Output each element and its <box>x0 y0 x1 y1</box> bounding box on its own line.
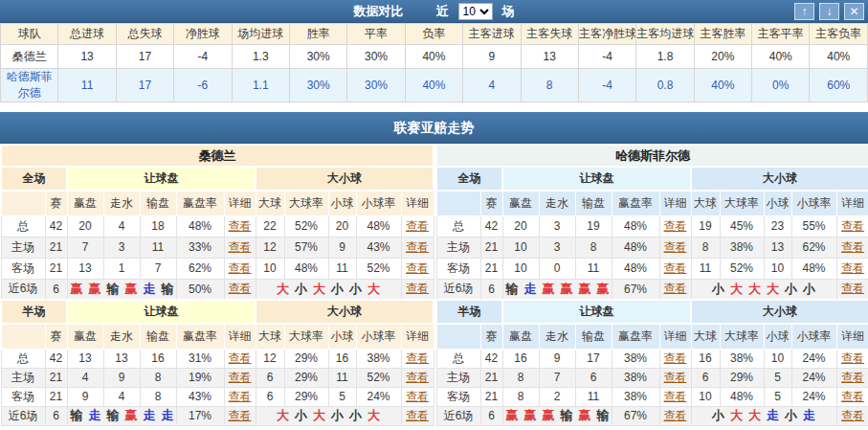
view-link[interactable]: 查看 <box>841 219 864 233</box>
result-mark: 走 <box>767 408 779 422</box>
games-count: 42 <box>480 349 502 368</box>
scroll-down-button[interactable]: ↓ <box>819 3 839 20</box>
column-header: 赢盘率 <box>176 191 224 215</box>
view-link[interactable]: 查看 <box>841 261 864 275</box>
view-link[interactable]: 查看 <box>841 351 864 365</box>
view-link[interactable]: 查看 <box>664 351 687 365</box>
column-header: 主客负率 <box>810 24 868 45</box>
detail-cell: 查看 <box>659 387 691 406</box>
handicap-stat: 4 <box>67 368 103 387</box>
over-under-stat: 45% <box>720 215 764 237</box>
stat-cell: 40% <box>405 45 462 69</box>
detail-cell: 查看 <box>224 349 256 368</box>
view-link[interactable]: 查看 <box>664 240 687 254</box>
up-arrow-icon: ↑ <box>802 5 808 18</box>
view-link[interactable]: 查看 <box>229 219 252 233</box>
close-button[interactable]: ✕ <box>844 3 864 20</box>
team-panel-home: 桑德兰全场让球盘大小球赛赢盘走水输盘赢盘率详细大球大球率小球小球率详细总4220… <box>0 144 433 426</box>
view-link[interactable]: 查看 <box>664 409 687 422</box>
result-mark: 走 <box>144 282 156 296</box>
panel-team-name: 哈德斯菲尔德 <box>436 145 868 167</box>
view-link[interactable]: 查看 <box>229 261 252 275</box>
rounds-select[interactable]: 10 <box>458 3 493 20</box>
view-link[interactable]: 查看 <box>841 282 864 295</box>
column-header: 赛 <box>480 191 502 215</box>
row-label: 主场 <box>436 237 480 258</box>
games-count: 21 <box>480 387 502 406</box>
team-header-row: 哈德斯菲尔德 <box>436 145 868 167</box>
column-header: 平率 <box>347 24 405 45</box>
stats-row: 客场2194843%查看629%524%查看 <box>1 387 434 406</box>
over-under-stat: 24% <box>356 387 401 406</box>
view-link[interactable]: 查看 <box>406 390 429 403</box>
detail-cell: 查看 <box>401 406 434 425</box>
trend-section-title: 联赛亚赔走势 <box>394 120 475 135</box>
view-link[interactable]: 查看 <box>664 371 687 384</box>
stat-cell: -4 <box>174 45 232 69</box>
view-link[interactable]: 查看 <box>406 261 429 275</box>
view-link[interactable]: 查看 <box>841 371 864 384</box>
view-link[interactable]: 查看 <box>406 282 429 295</box>
over-under-stat: 16 <box>691 349 720 368</box>
scroll-up-button[interactable]: ↑ <box>794 3 814 20</box>
games-count: 6 <box>45 406 67 425</box>
view-link[interactable]: 查看 <box>229 390 252 403</box>
view-link[interactable]: 查看 <box>229 282 252 295</box>
view-link[interactable]: 查看 <box>664 282 687 295</box>
view-link[interactable]: 查看 <box>406 219 429 233</box>
recent-sequence: 小大大大小小 <box>691 279 836 300</box>
stat-cell: 40% <box>405 69 462 102</box>
games-count: 21 <box>480 258 502 279</box>
handicap-stat: 8 <box>575 237 612 258</box>
result-mark: 小 <box>712 408 724 422</box>
view-link[interactable]: 查看 <box>664 261 687 275</box>
scope-label: 全场 <box>1 167 67 191</box>
column-header: 净胜球 <box>174 24 232 45</box>
stats-row: 主场2149819%查看629%1152%查看 <box>1 368 434 387</box>
games-count: 21 <box>480 368 502 387</box>
stat-cell: 20% <box>694 45 751 69</box>
column-header: 详细 <box>659 324 691 349</box>
column-header: 小球率 <box>791 324 836 349</box>
result-mark: 输 <box>71 408 83 422</box>
column-header-row: 赛赢盘走水输盘赢盘率详细大球大球率小球小球率详细 <box>436 324 868 349</box>
view-link[interactable]: 查看 <box>406 240 429 254</box>
column-header: 大球 <box>691 191 720 215</box>
over-under-group-label: 大小球 <box>256 300 434 324</box>
view-link[interactable]: 查看 <box>229 371 252 384</box>
result-mark: 小 <box>349 408 362 422</box>
group-header-row: 半场让球盘大小球 <box>436 300 868 324</box>
view-link[interactable]: 查看 <box>229 240 252 254</box>
view-link[interactable]: 查看 <box>406 371 429 384</box>
result-mark: 赢 <box>543 282 555 296</box>
view-link[interactable]: 查看 <box>406 409 429 422</box>
handicap-stat: 62% <box>176 258 224 279</box>
over-under-stat: 52% <box>356 368 401 387</box>
view-link[interactable]: 查看 <box>664 390 687 403</box>
result-mark: 赢 <box>506 408 519 422</box>
recent-sequence: 输走赢赢赢赢 <box>502 279 612 300</box>
column-header: 赢盘 <box>502 191 539 215</box>
view-link[interactable]: 查看 <box>841 409 864 422</box>
column-header: 赢盘 <box>67 191 103 215</box>
view-link[interactable]: 查看 <box>841 240 864 254</box>
result-mark: 走 <box>803 408 815 422</box>
view-link[interactable]: 查看 <box>841 390 864 403</box>
result-mark: 走 <box>144 408 156 422</box>
column-header: 主客平率 <box>752 24 810 45</box>
view-link[interactable]: 查看 <box>229 409 252 422</box>
view-link[interactable]: 查看 <box>664 219 687 233</box>
handicap-stat: 8 <box>140 368 176 387</box>
result-mark: 走 <box>162 408 174 422</box>
view-link[interactable]: 查看 <box>406 351 429 365</box>
handicap-stat: 16 <box>140 349 176 368</box>
detail-cell: 查看 <box>401 258 434 279</box>
over-under-stat: 38% <box>720 349 764 368</box>
over-under-stat: 16 <box>328 349 356 368</box>
column-header: 大球率 <box>284 324 328 349</box>
games-count: 6 <box>480 279 502 300</box>
team-header-row: 桑德兰 <box>1 145 434 167</box>
row-label: 总 <box>436 215 480 237</box>
column-header: 大球 <box>691 324 720 349</box>
view-link[interactable]: 查看 <box>229 351 252 365</box>
